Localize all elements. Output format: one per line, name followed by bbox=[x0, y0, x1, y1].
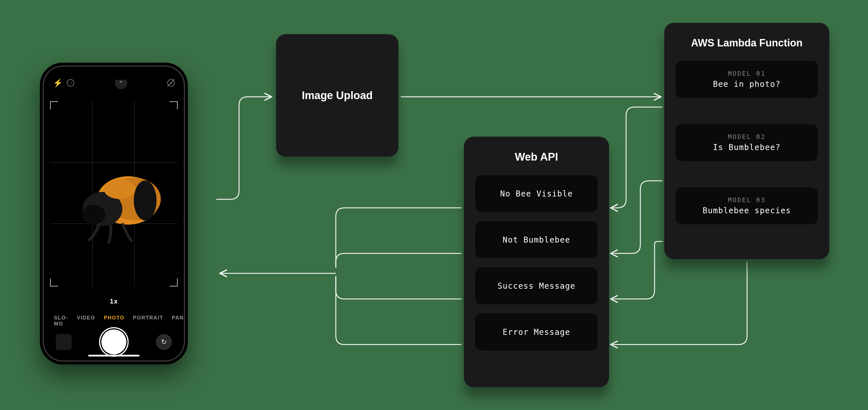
model-02: MODEL 02 Is Bumblebee? bbox=[676, 124, 818, 161]
mode-pano: PANO bbox=[172, 315, 183, 327]
image-upload-node: Image Upload bbox=[276, 34, 398, 156]
response-error: Error Message bbox=[475, 314, 598, 351]
web-api-panel: Web API No Bee Visible Not Bumblebee Suc… bbox=[464, 137, 609, 387]
svg-point-5 bbox=[104, 179, 135, 199]
shutter-button[interactable] bbox=[101, 329, 126, 354]
night-mode-icon: ☽ bbox=[67, 79, 74, 87]
zoom-indicator: 1x bbox=[110, 298, 118, 305]
response-not-bumblebee: Not Bumblebee bbox=[475, 221, 598, 258]
web-api-title: Web API bbox=[475, 151, 598, 163]
svg-point-3 bbox=[83, 205, 105, 225]
mode-portrait: PORTRAIT bbox=[133, 315, 163, 327]
model-03: MODEL 03 Bumblebee species bbox=[676, 187, 818, 224]
phone-notch bbox=[87, 67, 141, 80]
mode-timelapse: LAPSE bbox=[44, 315, 45, 327]
mode-slomo: SLO-MO bbox=[54, 315, 68, 327]
model-01: MODEL 01 Bee in photo? bbox=[676, 61, 818, 98]
mode-video: VIDEO bbox=[77, 315, 95, 327]
last-photo-thumbnail bbox=[56, 334, 72, 350]
svg-point-4 bbox=[134, 180, 157, 221]
camera-mode-strip: LAPSE SLO-MO VIDEO PHOTO PORTRAIT PANO bbox=[44, 315, 183, 327]
iphone-camera-mock: ⚡ ☽ ^ ◎ 1x bbox=[40, 63, 188, 364]
flash-icon: ⚡ bbox=[53, 78, 63, 88]
response-success: Success Message bbox=[475, 267, 598, 304]
live-off-icon: ◎ bbox=[167, 79, 175, 87]
image-upload-title: Image Upload bbox=[302, 89, 373, 101]
lambda-title: AWS Lambda Function bbox=[676, 37, 818, 49]
mode-photo: PHOTO bbox=[104, 315, 125, 327]
home-indicator bbox=[88, 355, 140, 356]
response-no-bee: No Bee Visible bbox=[475, 175, 598, 212]
camera-viewfinder bbox=[50, 101, 178, 287]
bee-subject bbox=[63, 158, 165, 249]
lambda-panel: AWS Lambda Function MODEL 01 Bee in phot… bbox=[664, 23, 829, 259]
camera-switch-icon: ↻ bbox=[156, 334, 172, 350]
